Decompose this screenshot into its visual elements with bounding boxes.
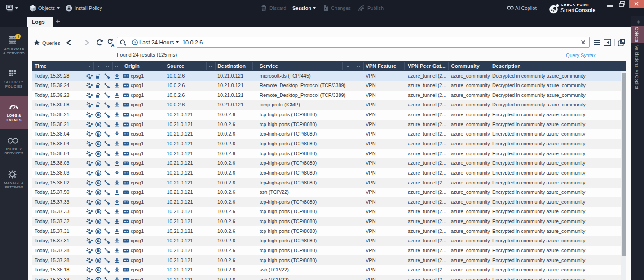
svg-text:A: A [111, 43, 115, 48]
